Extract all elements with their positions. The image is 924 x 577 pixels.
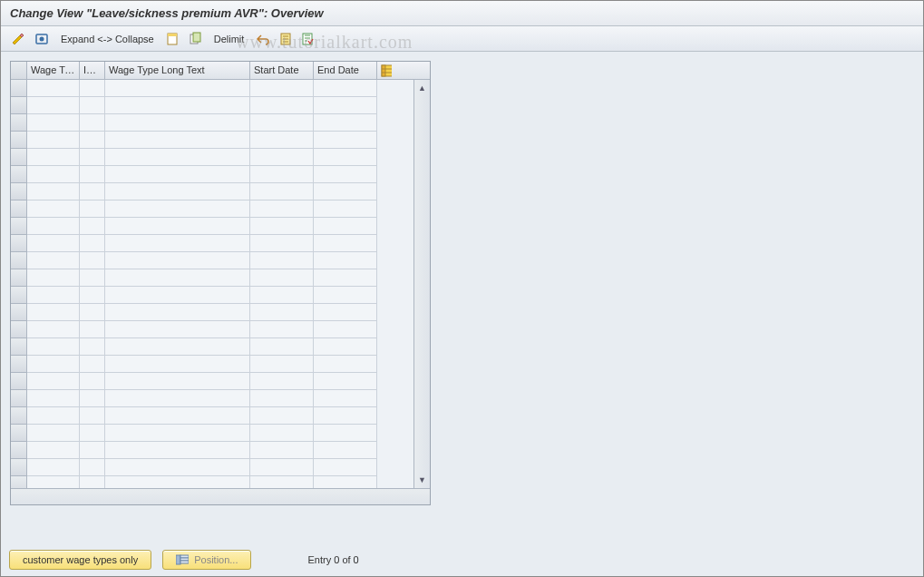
cell-start-date[interactable] bbox=[250, 149, 314, 166]
cell-wage-type[interactable] bbox=[27, 183, 80, 200]
cell-end-date[interactable] bbox=[314, 356, 377, 373]
table-row[interactable] bbox=[11, 269, 413, 287]
cell-long-text[interactable] bbox=[105, 407, 250, 425]
cell-start-date[interactable] bbox=[250, 476, 314, 488]
row-selector[interactable] bbox=[11, 218, 27, 235]
cell-end-date[interactable] bbox=[314, 390, 377, 407]
cell-inf[interactable] bbox=[80, 442, 105, 459]
cell-start-date[interactable] bbox=[250, 304, 314, 321]
table-row[interactable] bbox=[11, 459, 413, 476]
cell-inf[interactable] bbox=[80, 321, 105, 338]
cell-long-text[interactable] bbox=[105, 97, 250, 114]
table-row[interactable] bbox=[11, 407, 413, 425]
cell-start-date[interactable] bbox=[250, 97, 314, 114]
cell-long-text[interactable] bbox=[105, 235, 250, 252]
cell-long-text[interactable] bbox=[105, 356, 250, 373]
column-header-end-date[interactable]: End Date bbox=[314, 62, 377, 79]
cell-long-text[interactable] bbox=[105, 459, 250, 476]
cell-start-date[interactable] bbox=[250, 200, 314, 218]
table-row[interactable] bbox=[11, 442, 413, 459]
cell-wage-type[interactable] bbox=[27, 321, 80, 338]
cell-long-text[interactable] bbox=[105, 390, 250, 407]
cell-wage-type[interactable] bbox=[27, 235, 80, 252]
cell-inf[interactable] bbox=[80, 269, 105, 287]
table-row[interactable] bbox=[11, 166, 413, 183]
cell-inf[interactable] bbox=[80, 476, 105, 488]
cell-start-date[interactable] bbox=[250, 356, 314, 373]
table-row[interactable] bbox=[11, 97, 413, 114]
row-selector[interactable] bbox=[11, 425, 27, 442]
row-selector[interactable] bbox=[11, 338, 27, 356]
cell-long-text[interactable] bbox=[105, 114, 250, 132]
table-settings-icon[interactable] bbox=[377, 62, 395, 79]
cell-start-date[interactable] bbox=[250, 114, 314, 132]
cell-start-date[interactable] bbox=[250, 459, 314, 476]
cell-wage-type[interactable] bbox=[27, 132, 80, 149]
cell-end-date[interactable] bbox=[314, 459, 377, 476]
cell-start-date[interactable] bbox=[250, 321, 314, 338]
cell-long-text[interactable] bbox=[105, 252, 250, 269]
cell-end-date[interactable] bbox=[314, 252, 377, 269]
cell-end-date[interactable] bbox=[314, 338, 377, 356]
cell-long-text[interactable] bbox=[105, 166, 250, 183]
vertical-scrollbar[interactable]: ▲ ▼ bbox=[413, 80, 430, 488]
cell-long-text[interactable] bbox=[105, 200, 250, 218]
cell-wage-type[interactable] bbox=[27, 373, 80, 390]
table-row[interactable] bbox=[11, 235, 413, 252]
cell-long-text[interactable] bbox=[105, 304, 250, 321]
cell-wage-type[interactable] bbox=[27, 80, 80, 97]
cell-long-text[interactable] bbox=[105, 80, 250, 97]
table-row[interactable] bbox=[11, 132, 413, 149]
selection-criteria-icon[interactable] bbox=[298, 30, 316, 48]
row-selector[interactable] bbox=[11, 459, 27, 476]
cell-inf[interactable] bbox=[80, 287, 105, 304]
cell-inf[interactable] bbox=[80, 304, 105, 321]
cell-end-date[interactable] bbox=[314, 97, 377, 114]
table-row[interactable] bbox=[11, 338, 413, 356]
cell-inf[interactable] bbox=[80, 425, 105, 442]
scroll-up-icon[interactable]: ▲ bbox=[416, 82, 429, 94]
cell-long-text[interactable] bbox=[105, 425, 250, 442]
cell-end-date[interactable] bbox=[314, 218, 377, 235]
cell-wage-type[interactable] bbox=[27, 114, 80, 132]
cell-start-date[interactable] bbox=[250, 218, 314, 235]
cell-end-date[interactable] bbox=[314, 183, 377, 200]
cell-wage-type[interactable] bbox=[27, 356, 80, 373]
cell-wage-type[interactable] bbox=[27, 390, 80, 407]
table-row[interactable] bbox=[11, 321, 413, 338]
row-selector[interactable] bbox=[11, 287, 27, 304]
cell-start-date[interactable] bbox=[250, 235, 314, 252]
table-row[interactable] bbox=[11, 80, 413, 97]
cell-long-text[interactable] bbox=[105, 476, 250, 488]
cell-end-date[interactable] bbox=[314, 476, 377, 488]
cell-inf[interactable] bbox=[80, 218, 105, 235]
customer-wage-types-button[interactable]: customer wage types only bbox=[9, 550, 151, 570]
cell-start-date[interactable] bbox=[250, 132, 314, 149]
cell-end-date[interactable] bbox=[314, 425, 377, 442]
cell-inf[interactable] bbox=[80, 356, 105, 373]
cell-wage-type[interactable] bbox=[27, 269, 80, 287]
cell-inf[interactable] bbox=[80, 235, 105, 252]
row-selector[interactable] bbox=[11, 321, 27, 338]
cell-inf[interactable] bbox=[80, 338, 105, 356]
cell-end-date[interactable] bbox=[314, 407, 377, 425]
row-selector[interactable] bbox=[11, 476, 27, 488]
cell-inf[interactable] bbox=[80, 373, 105, 390]
table-row[interactable] bbox=[11, 114, 413, 132]
cell-long-text[interactable] bbox=[105, 321, 250, 338]
cell-start-date[interactable] bbox=[250, 166, 314, 183]
cell-end-date[interactable] bbox=[314, 442, 377, 459]
table-row[interactable] bbox=[11, 425, 413, 442]
row-selector[interactable] bbox=[11, 166, 27, 183]
table-row[interactable] bbox=[11, 200, 413, 218]
cell-wage-type[interactable] bbox=[27, 304, 80, 321]
cell-long-text[interactable] bbox=[105, 132, 250, 149]
cell-start-date[interactable] bbox=[250, 183, 314, 200]
row-selector[interactable] bbox=[11, 132, 27, 149]
cell-end-date[interactable] bbox=[314, 269, 377, 287]
row-selector[interactable] bbox=[11, 269, 27, 287]
cell-inf[interactable] bbox=[80, 200, 105, 218]
row-selector[interactable] bbox=[11, 442, 27, 459]
cell-wage-type[interactable] bbox=[27, 149, 80, 166]
cell-start-date[interactable] bbox=[250, 390, 314, 407]
